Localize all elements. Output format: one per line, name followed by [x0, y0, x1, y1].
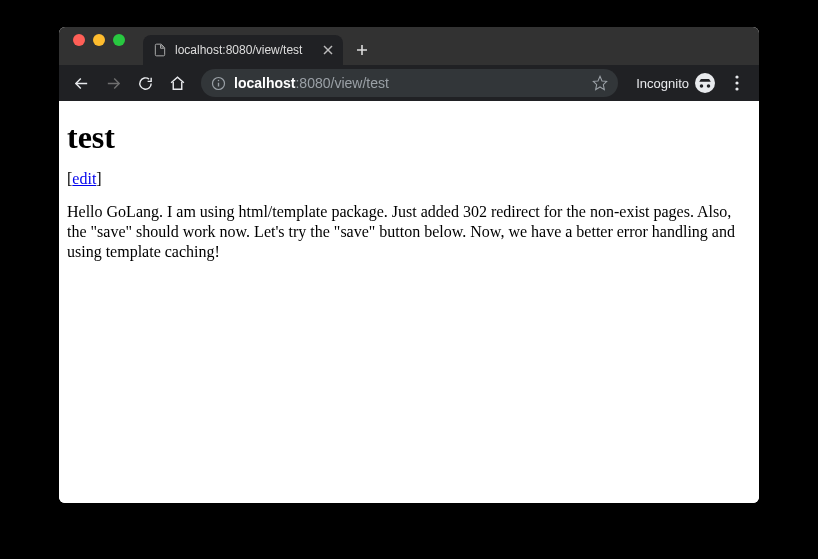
svg-marker-9	[594, 76, 607, 89]
edit-line: [edit]	[67, 170, 751, 188]
tabstrip: localhost:8080/view/test	[143, 27, 759, 65]
edit-link[interactable]: edit	[72, 170, 96, 187]
page-icon	[153, 43, 167, 57]
url-host: localhost	[234, 75, 295, 91]
svg-point-10	[735, 75, 738, 78]
titlebar: localhost:8080/view/test	[59, 27, 759, 65]
kebab-icon	[735, 75, 739, 91]
url-path: :8080/view/test	[295, 75, 388, 91]
incognito-label: Incognito	[636, 76, 689, 91]
tab-title: localhost:8080/view/test	[175, 43, 315, 57]
browser-window: localhost:8080/view/test localhost:8080/…	[59, 27, 759, 503]
arrow-left-icon	[73, 75, 90, 92]
reload-icon	[137, 75, 154, 92]
browser-tab[interactable]: localhost:8080/view/test	[143, 35, 343, 65]
forward-button[interactable]	[99, 69, 127, 97]
reload-button[interactable]	[131, 69, 159, 97]
incognito-indicator: Incognito	[636, 73, 715, 93]
plus-icon	[356, 44, 368, 56]
svg-point-12	[735, 87, 738, 90]
address-bar[interactable]: localhost:8080/view/test	[201, 69, 618, 97]
arrow-right-icon	[105, 75, 122, 92]
browser-menu-button[interactable]	[723, 69, 751, 97]
back-button[interactable]	[67, 69, 95, 97]
minimize-window-button[interactable]	[93, 34, 105, 46]
close-tab-icon[interactable]	[323, 45, 333, 55]
page-heading: test	[67, 119, 751, 156]
site-info-icon[interactable]	[211, 76, 226, 91]
maximize-window-button[interactable]	[113, 34, 125, 46]
incognito-icon	[695, 73, 715, 93]
close-window-button[interactable]	[73, 34, 85, 46]
toolbar: localhost:8080/view/test Incognito	[59, 65, 759, 101]
bookmark-star-icon[interactable]	[592, 75, 608, 91]
svg-point-11	[735, 81, 738, 84]
page-body-text: Hello GoLang. I am using html/template p…	[67, 202, 751, 262]
window-controls	[69, 27, 143, 65]
new-tab-button[interactable]	[349, 37, 375, 63]
home-icon	[169, 75, 186, 92]
page-content: test [edit] Hello GoLang. I am using htm…	[59, 101, 759, 503]
svg-point-8	[218, 79, 220, 81]
home-button[interactable]	[163, 69, 191, 97]
